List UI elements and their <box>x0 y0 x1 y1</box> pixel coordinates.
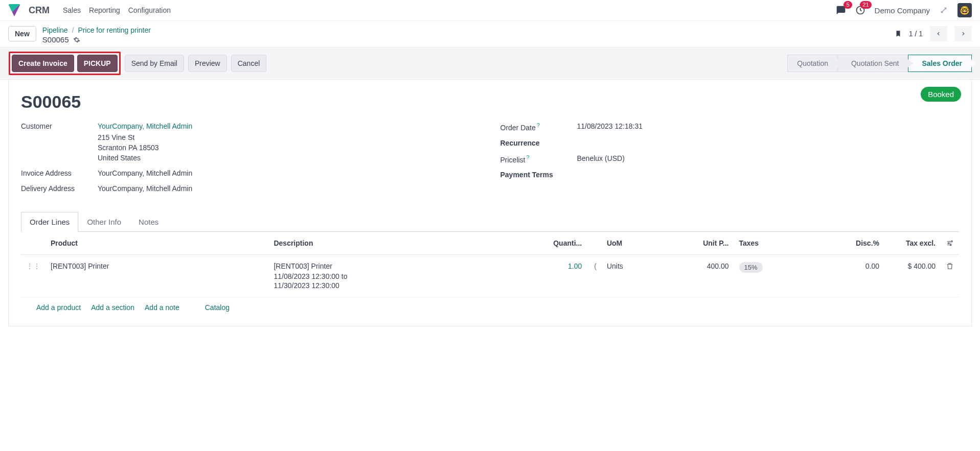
cell-unit-price[interactable]: 400.00 <box>688 255 734 297</box>
app-name[interactable]: CRM <box>29 5 50 16</box>
help-icon[interactable]: ? <box>527 154 530 160</box>
customer-addr3: United States <box>98 154 480 162</box>
company-name[interactable]: Demo Company <box>875 6 930 15</box>
messages-icon[interactable]: 5 <box>836 5 846 15</box>
messages-badge: 5 <box>844 1 852 9</box>
cell-qty-extra: ( <box>587 255 602 297</box>
col-uom[interactable]: UoM <box>602 232 688 255</box>
preview-button[interactable]: Preview <box>188 55 227 72</box>
col-product[interactable]: Product <box>45 232 268 255</box>
bookmark-icon[interactable] <box>895 29 902 38</box>
top-nav: CRM Sales Reporting Configuration 5 21 D… <box>0 0 980 21</box>
col-quantity[interactable]: Quanti... <box>541 232 587 255</box>
tabs: Order Lines Other Info Notes <box>21 212 959 232</box>
tab-other-info[interactable]: Other Info <box>78 212 130 231</box>
cell-description[interactable]: [RENT003] Printer 11/08/2023 12:30:00 to… <box>268 255 541 297</box>
columns-config-icon[interactable] <box>946 240 954 247</box>
crumb-opportunity[interactable]: Price for renting printer <box>78 26 151 34</box>
tools-icon[interactable] <box>939 6 948 15</box>
col-taxes[interactable]: Taxes <box>734 232 844 255</box>
user-avatar[interactable]: 🤓 <box>958 3 972 17</box>
order-date-value[interactable]: 11/08/2023 12:18:31 <box>577 122 960 130</box>
cell-product[interactable]: [RENT003] Printer <box>45 255 268 297</box>
pager-prev-button[interactable] <box>930 26 947 41</box>
app-logo[interactable] <box>8 4 20 16</box>
left-column: Customer YourCompany, Mitchell Admin 215… <box>21 122 480 200</box>
recurrence-label: Recurrence <box>500 139 577 147</box>
pricelist-label: Pricelist? <box>500 154 577 164</box>
add-note-link[interactable]: Add a note <box>145 303 179 312</box>
menu-reporting[interactable]: Reporting <box>89 6 120 14</box>
crumb-pipeline[interactable]: Pipeline <box>42 26 68 34</box>
send-email-button[interactable]: Send by Email <box>125 55 184 72</box>
delivery-address-label: Delivery Address <box>21 184 98 193</box>
pricelist-value[interactable]: Benelux (USD) <box>577 154 960 162</box>
status-quotation-sent[interactable]: Quotation Sent <box>837 55 908 72</box>
payment-terms-label: Payment Terms <box>500 171 577 179</box>
pager: 1 / 1 <box>895 26 972 41</box>
add-links: Add a product Add a section Add a note C… <box>21 297 959 315</box>
form-sheet: Booked S00065 Customer YourCompany, Mitc… <box>8 80 972 326</box>
col-description[interactable]: Description <box>268 232 541 255</box>
svg-point-1 <box>951 241 952 242</box>
delivery-address-value[interactable]: YourCompany, Mitchell Admin <box>98 184 480 193</box>
customer-label: Customer <box>21 122 98 130</box>
gear-icon[interactable] <box>73 36 80 43</box>
delete-row-icon[interactable] <box>946 262 954 270</box>
right-column: Order Date? 11/08/2023 12:18:31 Recurren… <box>500 122 960 200</box>
breadcrumb: Pipeline / Price for renting printer S00… <box>42 26 151 44</box>
cell-disc[interactable]: 0.00 <box>844 255 884 297</box>
highlight-annotation: Create Invoice PICKUP <box>9 52 121 75</box>
pager-text: 1 / 1 <box>909 30 923 38</box>
order-date-label: Order Date? <box>500 122 577 132</box>
add-section-link[interactable]: Add a section <box>91 303 134 312</box>
pager-next-button[interactable] <box>954 26 972 41</box>
help-icon[interactable]: ? <box>537 122 540 128</box>
col-disc[interactable]: Disc.% <box>844 232 884 255</box>
customer-link[interactable]: YourCompany, Mitchell Admin <box>98 122 480 130</box>
table-row[interactable]: ⋮⋮ [RENT003] Printer [RENT003] Printer 1… <box>21 255 959 297</box>
cell-tax-excl[interactable]: $ 400.00 <box>884 255 941 297</box>
customer-addr2: Scranton PA 18503 <box>98 144 480 152</box>
tab-notes[interactable]: Notes <box>130 212 167 231</box>
cell-uom[interactable]: Units <box>602 255 688 297</box>
status-badge: Booked <box>921 87 961 102</box>
catalog-link[interactable]: Catalog <box>205 303 230 312</box>
menu-sales[interactable]: Sales <box>63 6 81 14</box>
drag-handle-icon[interactable]: ⋮⋮ <box>26 262 40 270</box>
menu-configuration[interactable]: Configuration <box>128 6 171 14</box>
new-button[interactable]: New <box>8 26 36 41</box>
customer-addr1: 215 Vine St <box>98 133 480 141</box>
invoice-address-value[interactable]: YourCompany, Mitchell Admin <box>98 169 480 177</box>
crumb-sep: / <box>72 26 74 34</box>
status-sales-order[interactable]: Sales Order <box>908 55 972 72</box>
action-bar: Create Invoice PICKUP Send by Email Prev… <box>0 47 980 80</box>
invoice-address-label: Invoice Address <box>21 169 98 177</box>
cell-qty[interactable]: 1.00 <box>541 255 587 297</box>
add-product-link[interactable]: Add a product <box>36 303 81 312</box>
col-unit-price[interactable]: Unit P... <box>688 232 734 255</box>
crumb-record: S00065 <box>42 35 69 44</box>
activities-badge: 21 <box>860 1 871 9</box>
cell-taxes[interactable]: 15% <box>734 255 844 297</box>
cancel-button[interactable]: Cancel <box>231 55 267 72</box>
order-lines-table: Product Description Quanti... UoM Unit P… <box>21 232 959 297</box>
record-title: S00065 <box>21 92 959 112</box>
tab-order-lines[interactable]: Order Lines <box>21 212 78 232</box>
breadcrumb-row: New Pipeline / Price for renting printer… <box>0 21 980 47</box>
status-bar: Quotation Quotation Sent Sales Order <box>788 55 972 72</box>
status-quotation[interactable]: Quotation <box>787 55 838 72</box>
activities-icon[interactable]: 21 <box>855 5 865 15</box>
pickup-button[interactable]: PICKUP <box>77 55 118 72</box>
create-invoice-button[interactable]: Create Invoice <box>12 55 74 72</box>
col-tax-excl[interactable]: Tax excl. <box>884 232 941 255</box>
